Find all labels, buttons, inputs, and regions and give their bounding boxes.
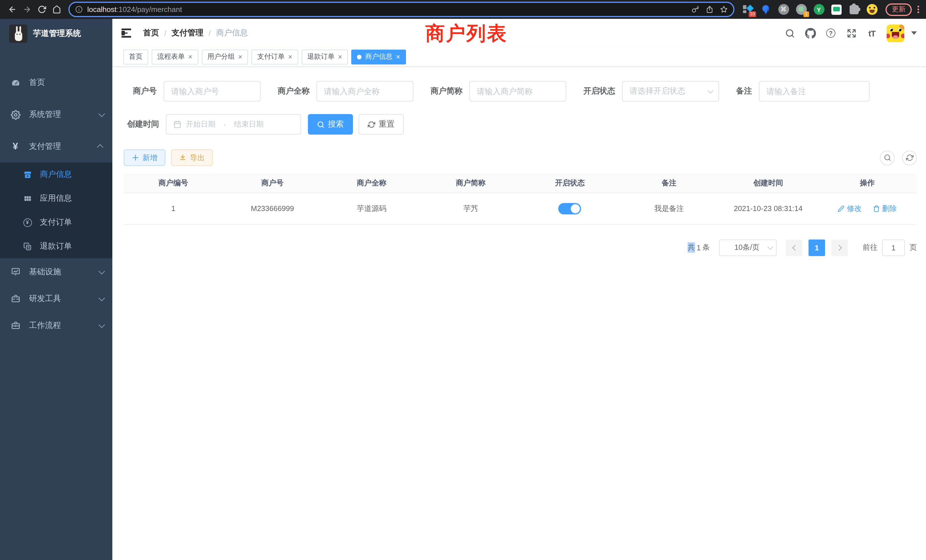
- reload-icon[interactable]: [34, 2, 49, 17]
- chevron-down-icon: [767, 244, 773, 250]
- search-icon[interactable]: [784, 27, 796, 39]
- merchant-short-name-input[interactable]: [477, 87, 559, 96]
- trash-icon: [873, 205, 880, 212]
- dashboard-icon: [9, 78, 22, 88]
- status-select[interactable]: 请选择开启状态: [622, 81, 719, 101]
- sidebar-item-app-info[interactable]: 应用信息: [0, 186, 112, 210]
- github-icon[interactable]: [805, 27, 816, 39]
- extension-pin-icon[interactable]: [760, 4, 772, 15]
- prev-page-button[interactable]: [786, 239, 802, 256]
- table-toolbar: 新增 导出: [124, 150, 917, 166]
- sidebar-item-dev-tools[interactable]: 研发工具: [0, 285, 112, 312]
- sidebar-item-infrastructure[interactable]: 基础设施: [0, 258, 112, 285]
- monitor-chart-icon: [9, 267, 22, 277]
- start-date-placeholder[interactable]: 开始日期: [186, 119, 216, 129]
- browser-update-button[interactable]: 更新: [885, 3, 912, 16]
- page-size-select[interactable]: 10条/页: [719, 239, 776, 256]
- address-bar[interactable]: localhost:1024/pay/merchant: [68, 2, 734, 17]
- merchant-no-input[interactable]: [171, 87, 253, 96]
- home-icon[interactable]: [49, 2, 64, 17]
- sidebar-item-pay-order[interactable]: ¥ 支付订单: [0, 210, 112, 235]
- browser-menu-icon[interactable]: [915, 6, 921, 13]
- next-page-button[interactable]: [831, 239, 848, 256]
- sidebar-collapse-icon[interactable]: [120, 27, 133, 39]
- col-status: 开启状态: [520, 174, 619, 193]
- export-button[interactable]: 导出: [171, 150, 213, 166]
- tab-refund-order[interactable]: 退款订单×: [302, 49, 348, 64]
- tab-home[interactable]: 首页: [123, 49, 148, 64]
- tab-pay-order[interactable]: 支付订单×: [251, 49, 298, 64]
- active-dot: [357, 54, 362, 59]
- back-icon[interactable]: [5, 2, 20, 17]
- delete-link[interactable]: 删除: [873, 203, 897, 213]
- extension-avatar-icon[interactable]: 1: [796, 4, 807, 15]
- close-icon[interactable]: ×: [238, 53, 242, 61]
- sidebar-item-refund-order[interactable]: 退款订单: [0, 235, 112, 258]
- forward-icon[interactable]: [20, 2, 34, 17]
- extension-gem-icon[interactable]: 10: [742, 4, 754, 15]
- add-button[interactable]: 新增: [124, 150, 165, 166]
- remark-input[interactable]: [766, 87, 862, 96]
- sidebar-item-home[interactable]: 首页: [0, 67, 112, 98]
- sidebar-item-workflow[interactable]: 工作流程: [0, 312, 112, 339]
- share-icon[interactable]: [706, 6, 713, 13]
- edit-link[interactable]: 修改: [838, 203, 862, 213]
- search-button[interactable]: 搜索: [308, 114, 353, 135]
- breadcrumb-home[interactable]: 首页: [143, 28, 159, 38]
- page-number-1[interactable]: 1: [808, 239, 825, 256]
- plus-icon: [132, 154, 139, 161]
- col-merchant-id: 商户编号: [124, 174, 223, 193]
- extension-command-icon[interactable]: ⌘: [778, 4, 789, 15]
- page-unit-label: 页: [909, 242, 917, 253]
- goto-page-input[interactable]: [882, 239, 905, 256]
- password-key-icon[interactable]: [691, 6, 699, 13]
- sidebar-logo-row[interactable]: 芋道管理系统: [0, 19, 112, 48]
- chevron-down-icon: [98, 268, 105, 274]
- refresh-icon: [906, 154, 913, 161]
- breadcrumb-payment[interactable]: 支付管理: [172, 28, 204, 38]
- chevron-down-icon: [98, 110, 105, 117]
- pagination-total: 共 1 条: [688, 242, 710, 253]
- sidebar: 芋道管理系统 首页 系统管理 ¥ 支付管: [0, 19, 112, 560]
- col-merchant-no: 商户号: [223, 174, 322, 193]
- reset-button[interactable]: 重置: [359, 114, 404, 135]
- chevron-down-icon: [98, 321, 105, 328]
- sidebar-item-merchant-info[interactable]: 商户信息: [0, 162, 112, 186]
- breadcrumb-separator: /: [164, 29, 166, 38]
- date-range-picker[interactable]: 开始日期 - 结束日期: [166, 114, 301, 135]
- extension-emoji-icon[interactable]: [866, 4, 878, 15]
- url-host: localhost: [87, 5, 117, 14]
- end-date-placeholder[interactable]: 结束日期: [234, 119, 264, 129]
- tab-merchant-info[interactable]: 商户信息×: [351, 49, 406, 64]
- sidebar-item-system[interactable]: 系统管理: [0, 98, 112, 130]
- close-icon[interactable]: ×: [288, 53, 292, 61]
- extensions-puzzle-icon[interactable]: [849, 4, 860, 15]
- sidebar-item-label: 支付管理: [29, 141, 61, 152]
- sidebar-item-payment[interactable]: ¥ 支付管理: [0, 130, 112, 162]
- extension-y-icon[interactable]: Y: [813, 4, 825, 15]
- merchant-short-name-input-wrap: [469, 81, 566, 101]
- status-toggle[interactable]: [558, 203, 581, 214]
- merchant-no-input-wrap: [163, 81, 260, 101]
- font-size-icon[interactable]: tT: [866, 27, 878, 39]
- fullscreen-icon[interactable]: [846, 27, 857, 39]
- download-icon: [179, 154, 186, 161]
- tab-process-form[interactable]: 流程表单×: [152, 49, 198, 64]
- shop-icon: [22, 170, 33, 179]
- extensions-row: 10 ⌘ 1 Y: [742, 4, 878, 15]
- help-icon[interactable]: ?: [825, 27, 837, 39]
- site-info-icon[interactable]: [75, 6, 83, 13]
- refresh-table-button[interactable]: [902, 150, 917, 165]
- tab-user-group[interactable]: 用户分组×: [201, 49, 248, 64]
- yen-icon: ¥: [9, 141, 22, 152]
- close-icon[interactable]: ×: [338, 53, 342, 61]
- show-search-toggle-button[interactable]: [880, 150, 895, 165]
- bookmark-star-icon[interactable]: [720, 6, 728, 13]
- merchant-full-name-input[interactable]: [324, 87, 406, 96]
- close-icon[interactable]: ×: [188, 53, 192, 61]
- close-icon[interactable]: ×: [396, 53, 400, 61]
- cell-actions: 修改 删除: [818, 193, 917, 224]
- user-avatar[interactable]: [887, 24, 904, 42]
- extension-chat-icon[interactable]: [831, 4, 842, 15]
- avatar-caret-icon[interactable]: [911, 31, 917, 35]
